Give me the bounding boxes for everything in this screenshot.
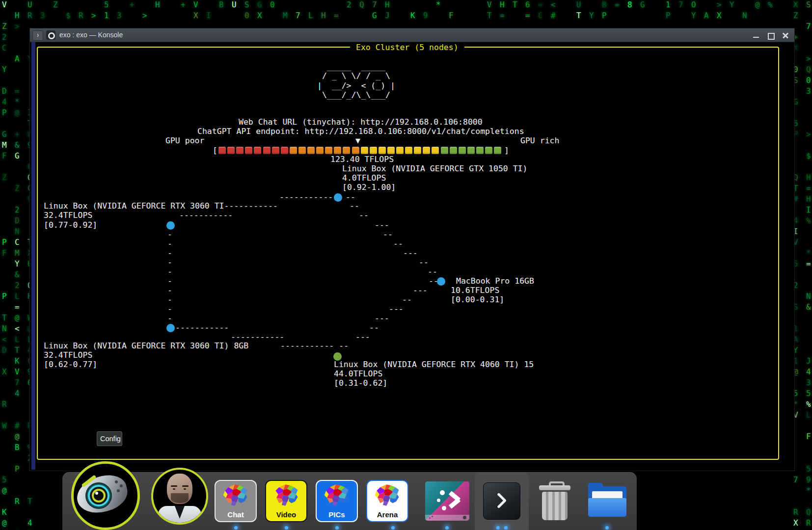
gpu-meter-segment [325, 147, 332, 154]
running-indicator-dot [391, 526, 395, 530]
topology-dash: -- [428, 267, 437, 277]
kde-app-icon[interactable] [425, 481, 469, 521]
gpu-meter-segment [343, 147, 350, 154]
dock-chat-tile[interactable]: Chat [215, 480, 257, 522]
node-rtx3060b-tflops: 32.4TFLOPS [44, 350, 92, 360]
icon-shape [437, 499, 440, 502]
man-avatar[interactable] [151, 468, 208, 525]
gpu-meter-segment [290, 147, 297, 154]
icon-shape [173, 488, 175, 490]
dock-tile-label: Arena [367, 510, 407, 519]
gpu-meter-segment [307, 147, 315, 154]
robot-avatar[interactable] [71, 461, 140, 530]
gpu-meter-bracket: ] [504, 146, 509, 156]
gpu-meter-bracket: [ [213, 146, 217, 156]
cluster-frame-title: Exo Cluster (5 nodes) [350, 43, 464, 52]
node-rtx3060a-dot [166, 221, 175, 230]
close-button[interactable] [781, 30, 790, 40]
topology-dash: --- [389, 304, 404, 314]
gpu-meter-segment [485, 147, 492, 154]
icon-shape [539, 485, 570, 490]
gpu-meter-segment [414, 147, 421, 154]
config-button[interactable]: Config [97, 431, 122, 446]
gpu-meter-segment [245, 147, 252, 154]
titlebar[interactable]: › exo : exo — Konsole [30, 28, 794, 42]
ascii-logo-line: _____ _____ [317, 62, 385, 72]
topology-dash: - [167, 248, 172, 258]
topology-dash: -- [419, 258, 429, 267]
dock-tile-label: Video [266, 510, 306, 519]
gpu-meter-segment [379, 147, 386, 154]
gpu-meter-segment [396, 147, 404, 154]
gpu-meter-segment [459, 147, 466, 154]
maximize-button[interactable] [766, 30, 776, 40]
icon-shape [184, 488, 186, 490]
node-gtx1050-label: Linux Box (NVIDIA GEFORCE GTX 1050 TI) [342, 164, 528, 174]
topology-dash: --- [375, 220, 389, 230]
icon-shape [120, 484, 123, 487]
icon-shape [92, 489, 106, 503]
gpu-meter-segment [405, 147, 412, 154]
gpu-meter-segment [218, 147, 226, 154]
scrollbar[interactable] [31, 42, 35, 470]
node-gtx1050-tflops: 4.0TFLOPS [342, 173, 386, 183]
icon-shape [429, 517, 431, 519]
icon-shape [442, 506, 446, 510]
maximize-icon [768, 33, 775, 40]
folder-icon[interactable] [587, 482, 627, 519]
node-rtx4060-dot [333, 352, 342, 361]
topology-dash: - [167, 258, 172, 267]
topology-dash: - [167, 286, 172, 295]
dock-arena-tile[interactable]: Arena [366, 480, 408, 522]
minimize-button[interactable] [751, 30, 761, 40]
icon-shape [440, 490, 445, 495]
window-title: exo : exo — Konsole [59, 28, 123, 42]
running-indicator-dot [605, 526, 609, 530]
gpu-meter-segment [298, 147, 306, 154]
trash-icon[interactable] [537, 481, 572, 522]
node-macbook-dot [437, 277, 445, 286]
dock-tile-label: Chat [216, 510, 256, 519]
icon-shape [432, 516, 433, 517]
gpu-meter-segment [272, 147, 279, 154]
icon-shape [171, 493, 189, 503]
ascii-logo-line: | __/> < (_) | [317, 81, 395, 91]
node-rtx3060b-label: Linux Box (NVIDIA GEFORCE RTX 3060 TI) 8… [44, 341, 248, 351]
gpu-meter-segment [281, 147, 288, 154]
topology-dash: ----------- [279, 192, 333, 202]
node-rtx4060-tflops: 44.0TFLOPS [334, 369, 382, 379]
node-macbook-range: [0.00-0.31] [451, 295, 504, 305]
topology-dash: - [167, 267, 172, 277]
node-rtx3060b-range: [0.62-0.77] [44, 360, 97, 370]
window-buttons [751, 28, 790, 42]
topology-dash: - [167, 295, 172, 305]
icon-shape [117, 489, 120, 492]
topology-dash: - [167, 230, 172, 239]
node-rtx3060a-tflops: 32.4TFLOPS [44, 211, 92, 220]
terminal-app-icon[interactable] [483, 482, 520, 520]
ascii-logo-line: / _ \ \/ / _ \ [317, 71, 390, 81]
dock-video-tile[interactable]: Video [265, 480, 307, 522]
running-indicator-dot [285, 526, 288, 530]
node-rtx3060a-label: Linux Box (NVIDIA GEFORCE RTX 3060 TI---… [44, 201, 278, 211]
gpu-meter-marker: ▼ [355, 136, 360, 146]
gpu-meter-segment [441, 147, 448, 154]
tab-list-button[interactable]: › [32, 30, 43, 41]
dock-tile-label: PICs [317, 510, 357, 519]
topology-dash: -- [369, 323, 379, 333]
terminal-area: Exo Cluster (5 nodes) _____ _____ / _ \ … [31, 42, 793, 470]
topology-dash: ----------- [179, 211, 233, 220]
icon-shape [497, 499, 506, 508]
topology-dash: ----------- [231, 332, 284, 342]
icon-shape [48, 32, 55, 39]
icon-shape [542, 492, 568, 520]
topology-dash: -- [383, 230, 393, 239]
node-rtx3060b-dot [166, 324, 175, 332]
running-indicator-dot [445, 526, 449, 530]
running-indicator-dot [504, 526, 508, 530]
gpu-meter-segment [352, 147, 359, 154]
icon-shape [171, 485, 177, 487]
icon-shape [95, 492, 98, 495]
dock-pics-tile[interactable]: PICs [316, 480, 358, 522]
gpu-meter-segment [361, 147, 368, 154]
